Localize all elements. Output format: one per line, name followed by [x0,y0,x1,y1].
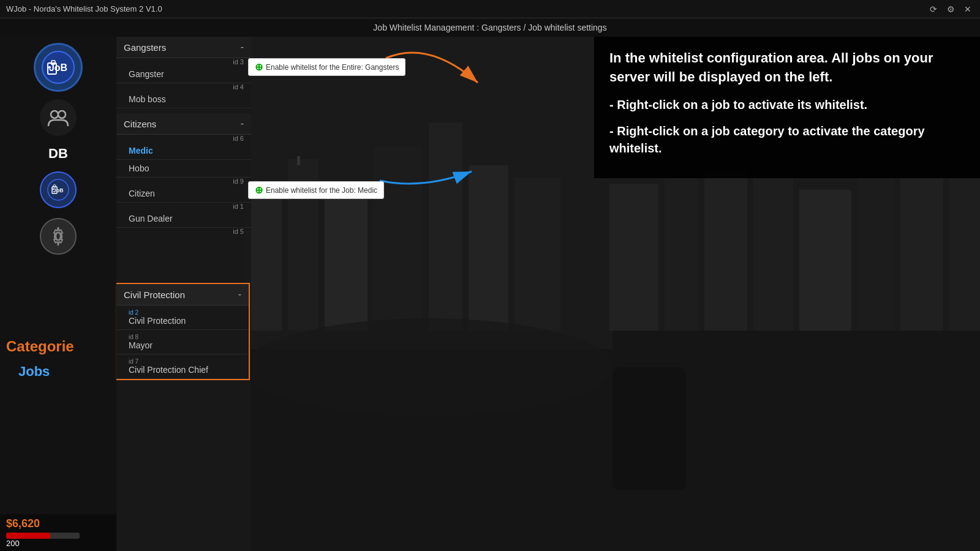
health-bar-container [6,533,80,539]
citizen-job-item[interactable]: Citizen [116,185,251,203]
hobo-id: id 9 [116,178,251,185]
civil-protection-category-label: Civil Protection [124,290,185,300]
civil-protection-job-item[interactable]: id 2 Civil Protection [116,305,249,330]
titlebar-title: WJob - Norda's Whitelist Job System 2 V1… [0,4,162,13]
svg-rect-21 [297,156,300,165]
mob-boss-label: Mob boss [129,94,166,104]
svg-rect-5 [429,122,462,337]
medic-label: Medic [129,146,153,156]
gun-dealer-label: Gun Dealer [129,214,173,223]
svg-rect-6 [469,165,508,337]
civil-protection-category[interactable]: Civil Protection - [116,284,249,305]
svg-rect-7 [514,178,560,337]
citizens-id: id 6 [116,135,251,142]
civil-protection-chief-id: id 7 [129,358,241,365]
mayor-label: Mayor [129,340,153,350]
gangsters-whitelist-tooltip[interactable]: ⊕ Enable whitelist for the Entire: Gangs… [248,58,405,76]
svg-rect-4 [374,147,423,337]
svg-rect-22 [612,367,686,490]
gangster-label: Gangster [129,69,164,79]
info-point-1-text: - Right-click on a job to activate its w… [609,98,867,111]
citizen-label: Citizen [129,189,155,198]
gun-dealer-job-item[interactable]: Gun Dealer [116,210,251,228]
civil-protection-collapse-icon[interactable]: - [238,289,241,300]
header-bar: Job Whitelist Management : Gangsters / J… [0,18,980,37]
svg-point-28 [51,111,58,118]
citizens-label: Citizens [124,119,156,129]
svg-rect-15 [900,178,943,337]
gear-nav-button[interactable] [40,218,77,255]
info-point-2-text: - Right-click on a job category to activ… [609,124,925,155]
info-intro: In the whitelist configuration area. All… [609,49,965,87]
svg-rect-14 [858,159,894,337]
svg-rect-13 [799,190,851,337]
gangsters-collapse-icon[interactable]: - [241,42,244,53]
svg-point-19 [245,318,612,416]
mayor-id: id 8 [129,334,241,340]
categorie-label: Categorie [6,338,74,355]
wjob-logo[interactable]: JoB [34,43,83,92]
gangster-id: id 4 [116,83,251,91]
gun-dealer-id: id 5 [116,228,251,235]
gangsters-category[interactable]: Gangsters - [116,37,251,58]
gangsters-label: Gangsters [124,42,166,53]
civil-protection-section: Civil Protection - id 2 Civil Protection… [115,283,250,380]
medic-whitelist-tooltip[interactable]: ⊕ Enable whitelist for the Job: Medic [248,181,384,199]
titlebar-controls: ⟳ ⚙ ✕ [927,3,980,15]
svg-text:JoB: JoB [53,187,64,193]
info-panel: In the whitelist configuration area. All… [594,37,980,178]
civil-protection-job-label: Civil Protection [129,316,186,326]
settings-button[interactable]: ⚙ [944,3,957,15]
jobs-text: Jobs [18,364,50,379]
gangsters-plus-icon: ⊕ [255,61,263,73]
medic-tooltip-text: Enable whitelist for the Job: Medic [266,186,377,195]
citizens-category[interactable]: Citizens - [116,113,251,135]
db-label: DB [48,146,68,161]
bottom-bar: $6,620 200 [0,514,116,551]
sidebar: JoB DB JoB [0,37,116,551]
svg-rect-11 [704,171,747,337]
jobs-label: Jobs [18,364,50,380]
info-point-1: - Right-click on a job to activate its w… [609,96,965,113]
users-nav-button[interactable] [40,99,77,136]
db-label-container: DB [48,146,68,162]
categorie-text: Categorie [6,338,74,354]
header-title: Job Whitelist Management : Gangsters / J… [373,23,606,32]
civil-protection-chief-label: Civil Protection Chief [129,365,208,375]
civil-protection-job-id: id 2 [129,309,241,316]
mob-boss-job-item[interactable]: Mob boss [116,91,251,108]
mayor-job-item[interactable]: id 8 Mayor [116,330,249,354]
info-point-2: - Right-click on a job category to activ… [609,122,965,157]
wjob-small-icon[interactable]: JoB [40,171,77,208]
svg-point-29 [58,111,66,118]
gangster-job-item[interactable]: Gangster [116,66,251,83]
titlebar: WJob - Norda's Whitelist Job System 2 V1… [0,0,980,18]
health-bar [6,533,50,539]
svg-point-27 [48,66,51,69]
close-button[interactable]: ✕ [962,3,974,15]
gangsters-tooltip-text: Enable whitelist for the Entire: Gangste… [266,63,399,72]
medic-job-item[interactable]: Medic [116,142,251,160]
health-value: 200 [6,539,20,548]
gangsters-id: id 3 [116,58,251,66]
medic-plus-icon: ⊕ [255,184,263,196]
svg-rect-9 [609,184,658,337]
svg-point-34 [53,189,54,190]
civil-protection-chief-job-item[interactable]: id 7 Civil Protection Chief [116,354,249,379]
money-display: $6,620 [6,517,40,530]
svg-rect-10 [665,153,698,337]
hobo-job-item[interactable]: Hobo [116,160,251,178]
citizen-id: id 1 [116,203,251,210]
hobo-label: Hobo [129,163,149,173]
citizens-collapse-icon[interactable]: - [241,118,244,129]
refresh-button[interactable]: ⟳ [927,3,940,15]
svg-rect-3 [325,196,368,337]
